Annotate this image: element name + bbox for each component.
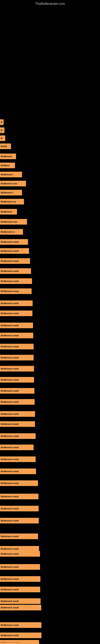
- bar-fill: Bottleneck result: [0, 355, 34, 360]
- bar-fill: Bottleneck result: [0, 468, 36, 474]
- bar-fill: Bottleneck r: [0, 190, 22, 196]
- bar-label: Bottleneck result: [1, 482, 19, 484]
- bar-item: Bottleneck result: [0, 518, 39, 524]
- bar-fill: Bottleneck result: [0, 239, 28, 245]
- bar-fill: Bottleneck r: [0, 172, 22, 177]
- bar-label: Bottleneck result: [1, 270, 19, 272]
- bar-label: Bottleneck result: [1, 470, 19, 472]
- bar-fill: Bottlene: [0, 162, 15, 168]
- bar-fill: Bottleneck result: [0, 310, 32, 316]
- bar-item: Bottleneck result: [0, 377, 34, 382]
- bar-label: Bottleneck result: [1, 520, 19, 522]
- bar-item: Bottleneck result: [0, 322, 33, 328]
- bar-label: Bottleneck result: [1, 553, 19, 555]
- bar-label: Bottleneck result: [1, 458, 19, 460]
- bar-fill: Bottleneck result: [0, 546, 39, 552]
- bar-label: Bottleneck re: [1, 231, 15, 233]
- bar-label: Bottleneck result: [1, 578, 19, 580]
- bar-label: Bottleneck result: [1, 390, 19, 392]
- bar-fill: Bottleneck result: [0, 494, 38, 499]
- bar-label: Bottleneck result: [1, 507, 19, 510]
- bar-item: Bottleneck result: [0, 258, 30, 264]
- bar-item: Bottleneck result: [0, 622, 41, 628]
- bar-fill: Bottleneck result: [0, 480, 38, 486]
- bar-item: Bottlene: [0, 162, 15, 168]
- bar-fill: Bottleneck result: [0, 518, 39, 524]
- bar-fill: Bottleneck result: [0, 288, 32, 294]
- bar-item: Bottleneck result: [0, 506, 39, 512]
- site-title: TheBottlenecker.com: [0, 0, 100, 7]
- bar-item: Bottleneck result: [0, 388, 34, 394]
- bar-item: Bottleneck result: [0, 288, 32, 294]
- bar-item: Bottleneck result: [0, 551, 40, 557]
- bar-item: Bottleneck res: [0, 199, 24, 204]
- bar-fill: Bottleneck: [0, 209, 17, 214]
- bar-item: Bottleneck result: [0, 248, 29, 254]
- bar-item: Bottleneck result: [0, 355, 34, 360]
- bar-item: B: [0, 136, 5, 141]
- bar-label: Bottleneck result: [1, 423, 19, 425]
- bar-item: Bottleneck: [0, 209, 17, 214]
- bar-label: Bottleneck result: [1, 413, 19, 415]
- bar-fill: Bottleneck result: [0, 456, 36, 462]
- bar-label: Bottleneck result: [1, 368, 19, 370]
- bar-label: Bottleneck result: [1, 250, 19, 252]
- bar-fill: Bottle: [0, 144, 11, 149]
- bar-fill: Bottleneck result: [0, 642, 39, 644]
- bar-label: Bottleneck result: [1, 435, 19, 437]
- bar-item: Bottleneck result: [0, 239, 28, 245]
- bar-label: Bottleneck result: [1, 290, 19, 292]
- bar-item: Bottleneck r: [0, 172, 22, 177]
- bar-fill: Bottleneck result: [0, 564, 40, 570]
- bar-fill: Bottleneck result: [0, 366, 34, 372]
- bar-fill: Bottleneck result: [0, 377, 34, 382]
- bar-label: Bottleneck result: [1, 566, 19, 568]
- bar-label: Bottlene: [1, 164, 10, 167]
- bar-label: Bottleneck res: [1, 200, 16, 203]
- bar-label: Bottleneck result: [1, 334, 19, 337]
- bar-fill: Bottleneck result: [0, 344, 34, 349]
- bar-fill: B: [0, 128, 4, 133]
- bar-label: Bottleneck result: [1, 241, 19, 243]
- bar-item: Bottleneck result: [0, 576, 40, 582]
- bar-label: Bottleneck result: [1, 495, 19, 498]
- bar-fill: Bottleneck result: [0, 622, 41, 628]
- bar-fill: Bottleneck result: [0, 534, 38, 539]
- bar-fill: Bottleneck result: [0, 388, 34, 394]
- bar-item: Bottleneck result: [0, 421, 35, 427]
- bar-fill: Bottleneck result: [0, 421, 35, 427]
- bar-label: Bottleneck result: [1, 548, 19, 550]
- bar-label: Bottleneck result: [1, 345, 19, 348]
- bar-label: Bottleneck result: [1, 302, 19, 304]
- bar-label: Bottleneck r: [1, 173, 14, 176]
- bar-item: Bottleneck result: [0, 456, 36, 462]
- bar-label: Bottleneck resu: [1, 182, 17, 185]
- bar-item: Bottleneck result: [0, 534, 38, 539]
- bar-label: Bottleneck result: [1, 260, 19, 262]
- bar-fill: Bottleneck result: [0, 268, 31, 274]
- bar-item: B: [0, 119, 3, 125]
- bar-fill: Bottleneck result: [0, 278, 32, 284]
- bar-item: Bottleneck result: [0, 300, 33, 306]
- bar-item: Bottleneck result: [0, 444, 34, 450]
- bar-fill: Bottleneck result: [0, 258, 30, 264]
- bar-label: Bottleneck result: [1, 356, 19, 359]
- bar-item: Bottleneck result: [0, 564, 40, 570]
- bar-fill: Bottleneck result: [0, 411, 35, 417]
- bar-item: Bottleneck result: [0, 366, 34, 372]
- bar-fill: Bottleneck res: [0, 199, 24, 204]
- bar-fill: Bottleneck result: [0, 444, 34, 450]
- bar-fill: Bottleneck result: [0, 248, 29, 254]
- bar-item: Bottleneck result: [0, 278, 32, 284]
- bar-label: Bottleneck result: [1, 624, 19, 626]
- bar-item: B: [0, 128, 4, 133]
- bar-item: Bottleneck re: [0, 229, 23, 235]
- bar-label: Bottle: [1, 145, 7, 148]
- bar-fill: Bottleneck result: [0, 333, 33, 338]
- bar-label: Bottleneck result: [1, 324, 19, 327]
- bar-label: Bottleneck result: [1, 280, 19, 282]
- bar-item: Bottleneck r: [0, 190, 22, 196]
- bar-fill: Bottleneck result: [0, 433, 36, 439]
- bar-label: Bottleneck result: [1, 588, 19, 591]
- bar-label: Bottleneck result: [1, 606, 19, 609]
